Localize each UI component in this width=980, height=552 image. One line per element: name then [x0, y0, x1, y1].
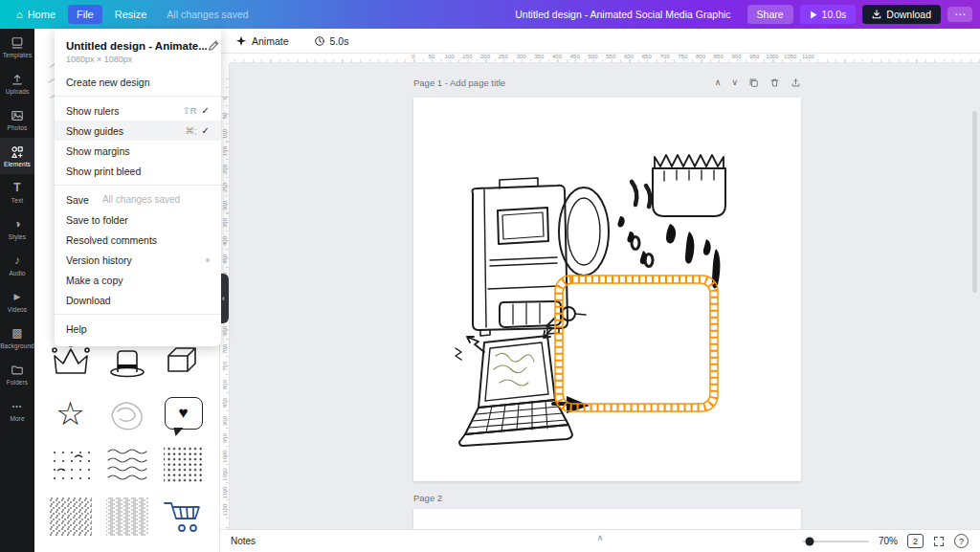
menu-item-resolved-comments[interactable]: Resolved comments: [55, 230, 221, 250]
sidebar-item-background[interactable]: ▩ Background: [0, 320, 34, 356]
menu-item-label: Resolved comments: [66, 234, 157, 246]
ruler-mark: 400: [220, 232, 230, 251]
panel-collapse-icon: ‹: [222, 294, 225, 303]
element-thumbnail-shopping-cart[interactable]: [156, 492, 211, 541]
play-duration-button[interactable]: 10.0s: [800, 5, 857, 24]
ruler-mark: 0: [220, 88, 230, 107]
sidebar-item-label: Audio: [9, 270, 25, 276]
element-thumbnail-texture-lines[interactable]: [100, 492, 154, 541]
videos-icon: ▶: [14, 290, 21, 304]
download-label: Download: [886, 9, 931, 20]
element-thumbnail-heart-bubble[interactable]: ♥: [156, 388, 211, 438]
design-page-1[interactable]: [413, 98, 801, 481]
resize-button[interactable]: Resize: [106, 5, 156, 24]
menu-item-download[interactable]: Download: [55, 290, 221, 310]
sidebar-item-uploads[interactable]: Uploads: [0, 65, 34, 101]
element-thumbnail-scribble[interactable]: [100, 388, 154, 438]
help-button[interactable]: ?: [954, 534, 969, 548]
delete-page-icon[interactable]: [769, 77, 780, 88]
ruler-mark: 1000: [220, 447, 230, 466]
canvas-scrollbar[interactable]: [972, 111, 977, 293]
zoom-slider[interactable]: [802, 541, 869, 542]
menu-item-create-new-design[interactable]: Create new design: [55, 72, 221, 92]
audio-icon: ♪: [14, 254, 20, 268]
total-duration-label: 10.0s: [822, 9, 847, 20]
add-page-icon[interactable]: [791, 77, 801, 88]
design-page-2[interactable]: [413, 509, 801, 529]
page2-title[interactable]: Page 2: [413, 493, 442, 503]
menu-item-make-a-copy[interactable]: Make a copy: [55, 270, 221, 290]
menu-divider: [55, 185, 221, 186]
menu-item-show-print-bleed[interactable]: Show print bleed: [55, 161, 221, 181]
element-thumbnail-texture-speckle[interactable]: [43, 492, 98, 541]
menu-item-save-to-folder[interactable]: Save to folder: [55, 210, 221, 230]
page1-title[interactable]: Page 1 - Add page title: [413, 77, 505, 88]
ruler-mark: 350: [220, 213, 230, 232]
star-icon: ☆: [56, 397, 84, 430]
sidebar-item-photos[interactable]: Photos: [0, 101, 34, 138]
page1-actions: ∧ ∨: [715, 77, 801, 88]
zoom-level[interactable]: 70%: [879, 536, 898, 546]
menu-item-show-rulers[interactable]: Show rulers ⇧R✓: [55, 100, 221, 121]
ruler-mark: 700: [220, 340, 230, 359]
file-menu-dropdown: Untitled design - Animate... 1080px × 10…: [55, 29, 221, 346]
text-icon: T: [13, 181, 20, 195]
sidebar-item-videos[interactable]: ▶ Videos: [0, 283, 34, 320]
play-icon: [810, 11, 817, 19]
sidebar-item-text[interactable]: T Text: [0, 174, 34, 210]
file-menu-button[interactable]: File: [68, 5, 102, 24]
download-button[interactable]: Download: [862, 5, 941, 24]
canvas-workspace[interactable]: Page 1 - Add page title ∧ ∨: [230, 63, 980, 529]
move-page-up-icon[interactable]: ∧: [715, 78, 722, 87]
page-count: 2: [913, 537, 918, 546]
home-button[interactable]: ⌂ Home: [8, 5, 64, 24]
sidebar-item-label: Folders: [7, 379, 28, 386]
sidebar-item-elements[interactable]: Elements: [0, 138, 34, 174]
element-thumbnail-dots-dense[interactable]: [156, 440, 211, 490]
menu-item-label: Show margins: [66, 145, 130, 157]
shortcut-label: ⇧R: [183, 105, 197, 116]
element-thumbnail-star[interactable]: ☆: [43, 388, 98, 438]
sidebar-item-label: More: [10, 415, 24, 422]
element-thumbnail-scribble-lines[interactable]: [100, 440, 154, 490]
edit-title-icon[interactable]: [208, 40, 219, 54]
element-thumbnail-dots-sparse[interactable]: [43, 440, 98, 490]
object-panel-sidebar: Templates Uploads Photos Elements T Text…: [0, 29, 34, 552]
canva-editor: { "colors": { "topbar_gradient_start": "…: [0, 0, 980, 552]
ruler-mark: 50: [428, 54, 434, 59]
ruler-mark: 1050: [784, 54, 796, 59]
share-button[interactable]: Share: [747, 5, 793, 24]
page1-header: Page 1 - Add page title ∧ ∨: [413, 76, 801, 90]
menu-item-show-margins[interactable]: Show margins: [55, 141, 221, 161]
ruler-mark: 200: [480, 54, 490, 59]
collapse-bottom-icon[interactable]: ∧: [597, 533, 604, 542]
notes-button[interactable]: Notes: [220, 536, 256, 546]
page-count-button[interactable]: 2: [907, 534, 924, 548]
move-page-down-icon[interactable]: ∨: [731, 78, 738, 87]
sidebar-item-styles[interactable]: ◑ Styles: [0, 210, 34, 247]
sidebar-item-folders[interactable]: Folders: [0, 356, 34, 392]
more-options-button[interactable]: ⋯: [947, 7, 972, 22]
animate-button[interactable]: Animate: [230, 33, 295, 50]
duplicate-page-icon[interactable]: [748, 77, 759, 88]
menu-item-show-guides[interactable]: Show guides ⌘;✓: [55, 121, 221, 141]
ruler-mark: 450: [220, 250, 230, 269]
zoom-slider-knob[interactable]: [806, 537, 814, 545]
ruler-mark: 950: [220, 429, 230, 448]
sidebar-item-label: Styles: [9, 233, 26, 240]
sidebar-item-more[interactable]: ••• More: [0, 392, 34, 429]
menu-item-save[interactable]: Save All changes saved: [55, 189, 221, 210]
fullscreen-icon[interactable]: [933, 536, 945, 547]
ruler-mark: 100: [220, 124, 230, 144]
premium-dot: [206, 258, 210, 262]
menu-item-label: Save: [66, 194, 89, 206]
heart-icon: ♥: [178, 404, 188, 423]
menu-item-help[interactable]: Help: [55, 319, 221, 339]
document-title[interactable]: Untitled design - Animated Social Media …: [515, 9, 730, 20]
ruler-mark: 650: [642, 54, 652, 59]
sidebar-item-audio[interactable]: ♪ Audio: [0, 247, 34, 283]
page-duration-button[interactable]: 5.0s: [308, 33, 355, 50]
doodle-illustration: [413, 98, 801, 481]
menu-item-version-history[interactable]: Version history: [55, 250, 221, 270]
sidebar-item-templates[interactable]: Templates: [0, 29, 34, 65]
